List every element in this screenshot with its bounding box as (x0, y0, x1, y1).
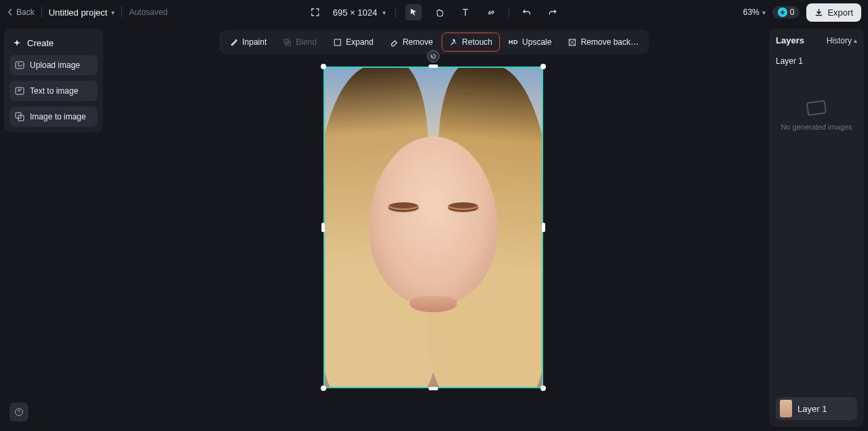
expand-icon (333, 38, 342, 47)
retouch-button[interactable]: Retouch (441, 33, 500, 52)
divider (41, 7, 42, 18)
text-icon: T (462, 7, 469, 18)
retouch-icon (449, 38, 458, 47)
inpaint-label: Inpaint (242, 37, 267, 47)
upload-image-label: Upload image (30, 60, 80, 70)
remove-bg-icon (568, 38, 576, 47)
inpaint-button[interactable]: Inpaint (222, 33, 274, 52)
link-tool-button[interactable] (483, 4, 499, 20)
resize-handle-br[interactable] (540, 386, 546, 391)
image-content (448, 202, 478, 210)
retouch-label: Retouch (462, 37, 492, 47)
chevron-up-icon: ▴ (854, 37, 857, 44)
text-to-image-icon (15, 86, 24, 96)
link-icon (487, 8, 496, 17)
credit-icon (778, 7, 787, 17)
blend-label: Blend (296, 37, 317, 47)
resize-handle-right[interactable] (542, 223, 545, 232)
zoom-text: 63% (743, 7, 760, 17)
expand-label: Expand (346, 37, 374, 47)
divider (395, 7, 396, 18)
layers-panel-header: Layers History ▴ (776, 35, 857, 45)
project-name-dropdown[interactable]: Untitled project ▾ (49, 7, 115, 18)
empty-images-icon (806, 100, 827, 116)
selected-layer-row[interactable]: Layer 1 (776, 397, 857, 420)
svg-rect-7 (334, 39, 340, 45)
image-content (389, 202, 418, 210)
chevron-left-icon (7, 9, 14, 16)
undo-button[interactable] (519, 4, 535, 20)
resize-handle-bl[interactable] (321, 386, 326, 391)
layer-thumbnail (780, 400, 792, 417)
remove-bg-label: Remove back… (580, 37, 638, 47)
history-label: History (827, 36, 852, 45)
resize-handle-left[interactable] (321, 223, 325, 232)
expand-button[interactable]: Expand (326, 33, 381, 52)
text-to-image-button[interactable]: Text to image (9, 81, 98, 101)
create-panel: Create Upload image Text to image Image … (4, 29, 103, 132)
resize-handle-tl[interactable] (321, 64, 326, 69)
project-name-text: Untitled project (49, 7, 108, 18)
upscale-button[interactable]: HD Upscale (501, 33, 559, 52)
resize-handle-top[interactable] (429, 64, 438, 68)
autosaved-status: Autosaved (129, 7, 167, 17)
eraser-icon (390, 38, 399, 47)
empty-message: No generated images (781, 123, 852, 131)
remove-button[interactable]: Remove (382, 33, 441, 52)
selected-layer-label: Layer 1 (797, 404, 827, 414)
blend-icon (283, 38, 292, 47)
fit-to-screen-button[interactable] (307, 4, 323, 20)
top-center-controls: 695 × 1024 ▾ T (307, 4, 561, 20)
redo-button[interactable] (545, 4, 561, 20)
hd-icon: HD (509, 39, 518, 45)
blend-button: Blend (275, 33, 324, 52)
canvas-dimensions-dropdown[interactable]: 695 × 1024 ▾ (333, 7, 386, 18)
resize-handle-tr[interactable] (540, 64, 546, 69)
help-icon (14, 407, 24, 417)
select-tool-button[interactable] (406, 4, 422, 20)
rotate-handle[interactable] (427, 50, 439, 62)
image-content (410, 296, 457, 312)
undo-icon (522, 7, 532, 17)
redo-icon (548, 7, 557, 17)
back-button[interactable]: Back (7, 7, 35, 17)
zoom-dropdown[interactable]: 63% ▾ (743, 7, 766, 17)
canvas-selection[interactable] (323, 67, 543, 388)
help-button[interactable] (9, 402, 28, 421)
canvas-image[interactable] (323, 67, 543, 388)
rotate-icon (430, 53, 437, 60)
create-label: Create (27, 38, 54, 48)
text-to-image-label: Text to image (30, 86, 78, 96)
image-to-image-label: Image to image (30, 112, 86, 121)
upscale-label: Upscale (522, 37, 551, 47)
back-label: Back (16, 7, 35, 17)
remove-background-button[interactable]: Remove back… (560, 33, 646, 52)
layers-title: Layers (776, 35, 804, 45)
divider (121, 7, 122, 18)
image-to-image-button[interactable]: Image to image (9, 107, 98, 127)
top-right-controls: 63% ▾ 0 Export (743, 3, 861, 22)
hand-tool-button[interactable] (431, 4, 448, 20)
fit-icon (311, 7, 320, 17)
history-toggle[interactable]: History ▴ (827, 36, 857, 45)
empty-state: No generated images (776, 101, 857, 131)
layer-row-static[interactable]: Layer 1 (776, 54, 857, 69)
text-tool-button[interactable]: T (457, 4, 473, 20)
magic-wand-icon (229, 38, 238, 47)
top-bar: Back Untitled project ▾ Autosaved 695 × … (0, 0, 868, 24)
resize-handle-bottom[interactable] (429, 387, 438, 390)
create-heading: Create (9, 34, 98, 55)
sparkle-icon (12, 39, 22, 48)
upload-image-icon (15, 60, 24, 70)
image-to-image-icon (15, 112, 24, 121)
upload-image-button[interactable]: Upload image (9, 55, 98, 75)
dimensions-text: 695 × 1024 (333, 7, 377, 18)
cursor-icon (410, 8, 418, 16)
layers-panel: Layers History ▴ Layer 1 No generated im… (769, 29, 864, 427)
download-icon (814, 8, 823, 17)
export-button[interactable]: Export (806, 3, 861, 22)
chevron-down-icon: ▾ (762, 9, 766, 16)
hand-icon (435, 8, 444, 17)
credits-count: 0 (790, 7, 795, 17)
credits-badge[interactable]: 0 (772, 6, 800, 18)
